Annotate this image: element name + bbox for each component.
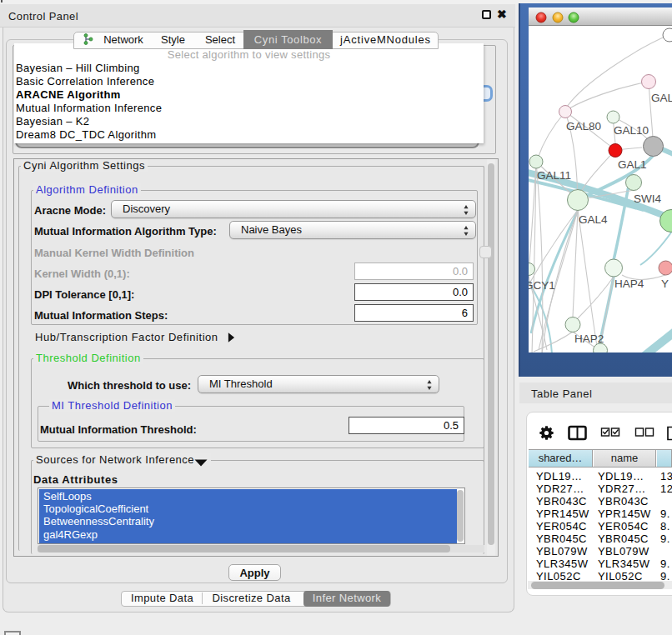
svg-text:GAL4: GAL4: [579, 213, 608, 226]
svg-text:GAL11: GAL11: [537, 169, 571, 182]
svg-text:GAL80: GAL80: [566, 120, 601, 132]
svg-text:GCY1: GCY1: [529, 279, 555, 292]
svg-text:HAP4: HAP4: [614, 278, 644, 290]
svg-text:GAL1: GAL1: [618, 158, 647, 171]
svg-text:GAL10: GAL10: [614, 124, 649, 137]
svg-text:HAP2: HAP2: [574, 332, 604, 345]
svg-text:GAL2: GAL2: [651, 92, 672, 104]
svg-text:SWI4: SWI4: [634, 192, 661, 205]
svg-text:Y: Y: [661, 278, 669, 290]
